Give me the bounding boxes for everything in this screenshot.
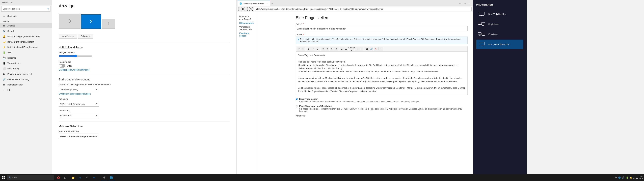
- nachtmodus-settings-link[interactable]: Einstellungen für den Nachtmodus: [59, 69, 90, 71]
- start-button[interactable]: [0, 174, 7, 181]
- ausrichtung-select[interactable]: Querformat: [59, 113, 99, 118]
- ordered-list-button[interactable]: ☰: [344, 47, 348, 51]
- sidebar-item-gemeinsame[interactable]: 🔗 Gemeinsame Nutzung: [0, 76, 52, 82]
- volume-icon[interactable]: 🔊: [622, 176, 624, 179]
- notifications-icon: 🔔: [3, 35, 5, 38]
- forward-button[interactable]: →: [243, 7, 248, 12]
- italic-button[interactable]: I: [311, 47, 315, 51]
- projizieren-nur-zweiter[interactable]: Nur zweiter Bildschirm: [476, 40, 523, 49]
- haben-frage-text: Haben Sie eine Frage?: [239, 16, 254, 20]
- refresh-button[interactable]: ↻: [249, 7, 254, 12]
- monitor-box-3[interactable]: 3: [59, 14, 80, 29]
- sidebar-item-tablet[interactable]: 📱 Tablet-Modus: [0, 60, 52, 66]
- settings-app-button[interactable]: ⚙: [84, 174, 90, 181]
- svg-rect-12: [478, 32, 481, 35]
- details-label: Details: [296, 33, 468, 36]
- align-center-button[interactable]: ≡: [325, 47, 330, 51]
- mail-button[interactable]: ✉: [91, 174, 98, 181]
- image-button[interactable]: 🖼: [365, 47, 369, 51]
- sidebar-item-akku[interactable]: 🔋 Akku: [0, 50, 52, 55]
- svg-rect-25: [4, 176, 5, 178]
- sidebar-item-benachrichtigungsassistent[interactable]: 🌙 Benachrichtigungsassistent: [0, 39, 52, 44]
- edge-browser-button[interactable]: e: [77, 174, 84, 181]
- editor-area[interactable]: Guten Tag liebe Community, ich habe seit…: [296, 52, 468, 95]
- link-button[interactable]: 🔗: [369, 47, 373, 51]
- align-right-button[interactable]: ≡: [330, 47, 334, 51]
- task-view-button[interactable]: ⬚: [62, 174, 68, 181]
- duplizieren-icon: [478, 22, 486, 27]
- taskbar-time[interactable]: 00:27 04.11.2019: [634, 176, 643, 180]
- identifizieren-button[interactable]: Identifizieren: [59, 34, 77, 38]
- sidebar-item-benachrichtigungen[interactable]: 🔔 Benachrichtigungen und Aktionen: [0, 34, 52, 39]
- sidebar-item-netzbetrieb[interactable]: ⚡ Netzbetrieb und Energiesparen: [0, 44, 52, 50]
- mehrere-select[interactable]: Desktop auf diese Anzeige erweitern: [59, 134, 99, 139]
- privacy-info-box: ℹ Dies ist eine öffentliche Community. V…: [296, 36, 468, 44]
- radio-frage-input[interactable]: [296, 98, 298, 100]
- settings-home-btn[interactable]: ⌂ Startseite: [0, 13, 52, 19]
- sidebar-item-speicher[interactable]: 💾 Speicher: [0, 55, 52, 60]
- projizieren-erweitern[interactable]: Erweitern: [476, 30, 523, 39]
- minimize-button[interactable]: ─: [458, 2, 462, 5]
- helligkeit-slider[interactable]: [59, 55, 92, 57]
- taskbar-search[interactable]: 🔍 Suchen: [8, 175, 54, 180]
- monitor-box-2[interactable]: 2: [81, 14, 101, 29]
- radio-diskussion-input[interactable]: [296, 105, 298, 108]
- tab-close-icon[interactable]: ✕: [266, 2, 268, 5]
- aufloesung-select[interactable]: 1920 × 1080 (empfohlen): [59, 101, 99, 106]
- aufloesung-row: Auflösung 1920 × 1080 (empfohlen): [59, 98, 230, 106]
- redo-button[interactable]: ↪: [301, 47, 305, 51]
- align-justify-button[interactable]: ≡: [334, 47, 338, 51]
- toolbar-separator-3: [339, 48, 339, 50]
- browser-tab-active[interactable]: 🌐 Neue Frage erstellen oc ✕: [237, 1, 270, 6]
- feedback-senden-link[interactable]: Feedback senden: [239, 32, 254, 37]
- cortana-button[interactable]: ⭕: [55, 174, 62, 181]
- settings-panel: Einstellungen 🔍 ⌂ Startseite System 🖥 An…: [0, 0, 52, 174]
- network-icon[interactable]: 🌐: [618, 176, 621, 179]
- battery-status-icon[interactable]: 🔋: [626, 176, 628, 179]
- grosse-select[interactable]: 100% (empfohlen): [59, 87, 99, 92]
- svg-rect-26: [2, 178, 3, 179]
- hilfe-anfordern-link[interactable]: Hilfe anfordern: [239, 22, 254, 24]
- back-button[interactable]: ←: [238, 7, 243, 12]
- underline-button[interactable]: U: [316, 47, 320, 51]
- erkennen-button[interactable]: Erkennen: [78, 34, 93, 38]
- settings-running[interactable]: ⚙: [101, 174, 108, 181]
- remote-icon: 🖥: [3, 83, 5, 86]
- edge-running[interactable]: 🌐: [108, 174, 115, 181]
- multitasking-icon: ⬜: [3, 67, 5, 70]
- sidebar-item-remotedesktop[interactable]: 🖥 Remotedesktop: [0, 82, 52, 87]
- monitor-box-1[interactable]: 1: [102, 18, 116, 29]
- sidebar-item-sound[interactable]: 🔊 Sound: [0, 28, 52, 34]
- more-button[interactable]: ⋯: [379, 47, 383, 51]
- kategorie-label: Kategorie: [296, 114, 468, 117]
- sidebar-item-info[interactable]: ℹ Info: [0, 87, 52, 93]
- settings-search-input[interactable]: [1, 6, 50, 12]
- ai-label: Ai: [615, 176, 617, 179]
- scaling-advanced-link[interactable]: Erweiterte Skalierungseinstellungen: [59, 93, 230, 95]
- close-window-button[interactable]: ✕: [468, 2, 472, 5]
- grosse-label: Größe von Text, Apps und anderen Element…: [59, 83, 230, 86]
- undo-button[interactable]: ↩: [297, 47, 301, 51]
- sidebar-item-anzeige[interactable]: 🖥 Anzeige: [0, 23, 52, 28]
- svg-rect-20: [480, 42, 484, 45]
- file-explorer-button[interactable]: 📁: [70, 174, 76, 181]
- notification-icon[interactable]: 🔔: [630, 177, 632, 179]
- format-dropdown[interactable]: Format ▾: [350, 47, 354, 51]
- new-tab-button[interactable]: +: [270, 1, 274, 6]
- erweitern-label: Erweitern: [488, 33, 498, 36]
- indent-button[interactable]: ⇥: [355, 47, 359, 51]
- bold-button[interactable]: B: [307, 47, 311, 51]
- projizieren-duplizieren[interactable]: Duplizieren: [476, 20, 523, 29]
- betreff-input[interactable]: [296, 26, 468, 31]
- sidebar-item-projizieren[interactable]: 📽 Projizieren auf diesen PC: [0, 71, 52, 76]
- duplizieren-label: Duplizieren: [488, 23, 499, 26]
- color-button[interactable]: A: [374, 47, 378, 51]
- maximize-button[interactable]: □: [462, 2, 467, 5]
- sidebar-item-multitasking[interactable]: ⬜ Multitasking: [0, 66, 52, 71]
- address-bar[interactable]: [254, 7, 472, 12]
- list-button[interactable]: ☰: [340, 47, 344, 51]
- outdent-button[interactable]: ⇤: [360, 47, 364, 51]
- projizieren-nur-pc[interactable]: Nur PC-Bildschirm: [476, 10, 523, 19]
- nachtmodus-toggle[interactable]: [59, 64, 66, 68]
- align-left-button[interactable]: ≡: [321, 47, 325, 51]
